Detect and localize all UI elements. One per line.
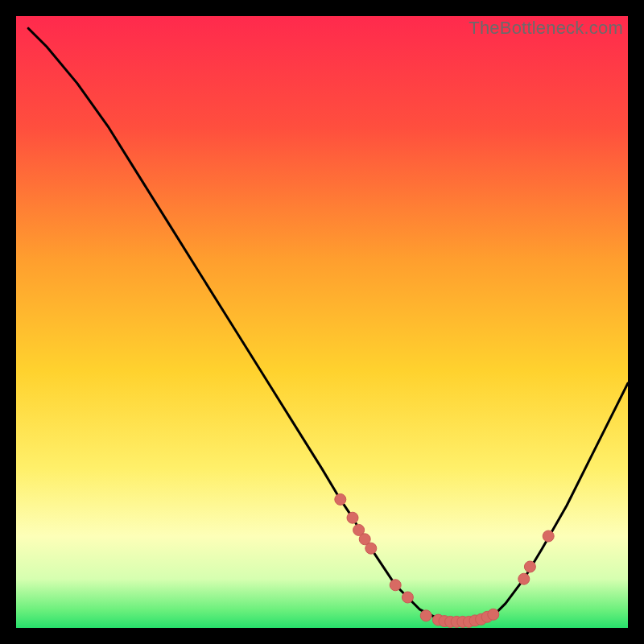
data-marker: [365, 543, 377, 554]
data-marker: [518, 573, 530, 584]
data-marker: [543, 530, 554, 542]
data-marker: [420, 610, 431, 621]
watermark-text: TheBottleneck.com: [469, 18, 623, 39]
data-marker: [390, 580, 401, 591]
data-marker: [488, 609, 499, 620]
data-marker: [347, 512, 358, 523]
chart-frame: TheBottleneck.com: [16, 16, 628, 628]
bottleneck-chart: [16, 16, 628, 628]
data-marker: [335, 493, 346, 505]
data-marker: [524, 561, 535, 572]
data-marker: [402, 592, 413, 603]
heat-gradient-bg: [16, 16, 628, 628]
